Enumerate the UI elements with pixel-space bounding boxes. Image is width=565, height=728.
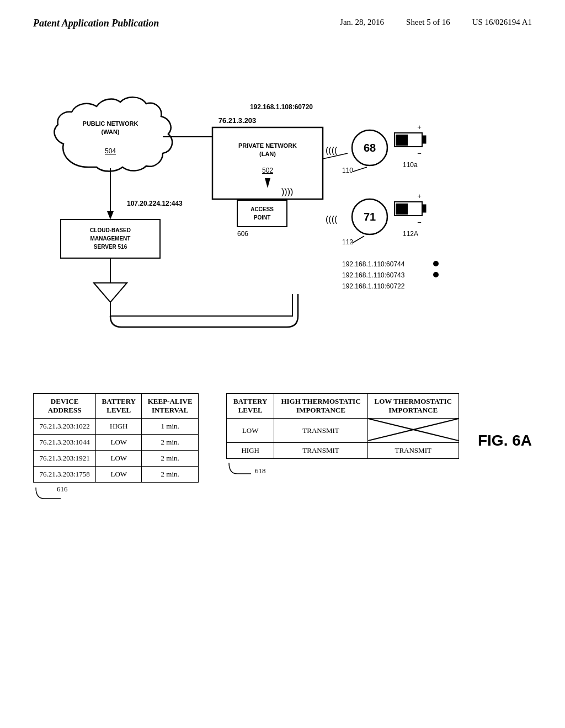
svg-text:+: + [417, 123, 422, 131]
svg-text:71: 71 [364, 211, 376, 223]
publication-title: Patent Application Publication [33, 18, 159, 29]
svg-text:POINT: POINT [254, 215, 271, 221]
svg-text:112: 112 [342, 238, 353, 246]
svg-rect-41 [422, 205, 426, 212]
svg-line-47 [352, 236, 364, 243]
svg-marker-25 [94, 283, 127, 302]
left-row4-battery: LOW [96, 467, 142, 483]
svg-text:(WAN): (WAN) [102, 129, 120, 135]
svg-text:((((: (((( [326, 146, 338, 155]
svg-text:((((: (((( [326, 215, 338, 224]
fig-label-container: FIG. 6A [470, 393, 532, 449]
left-row4-address: 76.21.3.203:1758 [34, 467, 96, 483]
svg-text:PRIVATE NETWORK: PRIVATE NETWORK [238, 142, 297, 149]
left-row2-address: 76.21.3.203:1044 [34, 435, 96, 451]
svg-marker-19 [107, 211, 114, 220]
right-footnote-label: 618 [255, 467, 266, 475]
svg-text:110: 110 [342, 167, 353, 174]
svg-text:504: 504 [105, 147, 116, 155]
left-row1-interval: 1 min. [142, 419, 199, 435]
svg-text:−: − [417, 149, 422, 158]
left-footnote-label: 616 [57, 485, 68, 493]
svg-rect-42 [396, 204, 408, 215]
right-table-header-high: HIGH THERMOSTATICIMPORTANCE [274, 394, 367, 419]
right-row2-high: TRANSMIT [274, 443, 367, 459]
svg-rect-13 [237, 200, 287, 227]
right-table: BATTERYLEVEL HIGH THERMOSTATICIMPORTANCE… [226, 393, 459, 459]
header-patent: US 16/026194 A1 [472, 18, 532, 27]
page-header: Patent Application Publication Jan. 28, … [0, 0, 565, 35]
svg-point-51 [433, 272, 439, 277]
header-date: Jan. 28, 2016 [340, 18, 384, 27]
diagram-area: PUBLIC NETWORK (WAN) 504 192.168.1.108:6… [0, 46, 565, 388]
table-row: 76.21.3.203:1044 LOW 2 min. [34, 435, 199, 451]
svg-rect-31 [396, 135, 408, 146]
left-table-wrapper: DEVICEADDRESS BATTERYLEVEL KEEP-ALIVEINT… [33, 393, 199, 504]
svg-text:ACCESS: ACCESS [250, 206, 274, 212]
svg-text:606: 606 [237, 230, 248, 238]
svg-text:192.168.1.110:60743: 192.168.1.110:60743 [342, 271, 405, 279]
right-row1-low [367, 419, 459, 443]
diagram-svg: PUBLIC NETWORK (WAN) 504 192.168.1.108:6… [0, 46, 565, 388]
left-table-header-keepalive: KEEP-ALIVEINTERVAL [142, 394, 199, 419]
right-table-header-battery: BATTERYLEVEL [227, 394, 274, 419]
header-sheet: Sheet 5 of 16 [406, 18, 450, 27]
table-row: 76.21.3.203:1022 HIGH 1 min. [34, 419, 199, 435]
table-row: HIGH TRANSMIT TRANSMIT [227, 443, 459, 459]
left-row1-address: 76.21.3.203:1022 [34, 419, 96, 435]
svg-rect-7 [212, 127, 323, 199]
table-row: 76.21.3.203:1921 LOW 2 min. [34, 451, 199, 467]
header-info: Jan. 28, 2016 Sheet 5 of 16 US 16/026194… [340, 18, 532, 27]
right-row2-battery: HIGH [227, 443, 274, 459]
left-table: DEVICEADDRESS BATTERYLEVEL KEEP-ALIVEINT… [33, 393, 199, 483]
svg-text:192.168.1.110:60744: 192.168.1.110:60744 [342, 260, 405, 268]
fig-label: FIG. 6A [478, 432, 532, 449]
svg-text:+: + [417, 192, 422, 200]
right-table-footnote: 618 [226, 460, 459, 477]
left-row3-battery: LOW [96, 451, 142, 467]
svg-text:192.168.1.108:60720: 192.168.1.108:60720 [250, 103, 313, 111]
left-row3-address: 76.21.3.203:1921 [34, 451, 96, 467]
table-row: 76.21.3.203:1758 LOW 2 min. [34, 467, 199, 483]
right-table-wrapper: BATTERYLEVEL HIGH THERMOSTATICIMPORTANCE… [226, 393, 459, 477]
svg-text:PUBLIC NETWORK: PUBLIC NETWORK [83, 120, 138, 127]
svg-text:192.168.1.110:60722: 192.168.1.110:60722 [342, 282, 405, 290]
svg-text:CLOUD-BASED: CLOUD-BASED [90, 227, 131, 233]
right-row1-battery: LOW [227, 419, 274, 443]
left-row2-battery: LOW [96, 435, 142, 451]
tables-area: DEVICEADDRESS BATTERYLEVEL KEEP-ALIVEINT… [0, 393, 565, 504]
left-row4-interval: 2 min. [142, 467, 199, 483]
right-row2-low: TRANSMIT [367, 443, 459, 459]
left-row1-battery: HIGH [96, 419, 142, 435]
svg-text:112A: 112A [403, 230, 418, 238]
left-table-footnote: 616 [33, 485, 199, 504]
svg-point-49 [433, 261, 439, 266]
svg-text:MANAGEMENT: MANAGEMENT [90, 235, 131, 242]
svg-text:107.20.224.12:443: 107.20.224.12:443 [127, 200, 183, 207]
left-row3-interval: 2 min. [142, 451, 199, 467]
right-row1-high: TRANSMIT [274, 419, 367, 443]
svg-text:110a: 110a [403, 161, 418, 169]
svg-text:−: − [417, 218, 422, 227]
svg-text:76.21.3.203: 76.21.3.203 [218, 116, 257, 125]
left-row2-interval: 2 min. [142, 435, 199, 451]
public-network-cloud: PUBLIC NETWORK (WAN) 504 [54, 97, 172, 171]
svg-line-36 [353, 167, 367, 172]
svg-text:68: 68 [364, 142, 376, 154]
svg-rect-30 [422, 136, 426, 143]
svg-text:SERVER 516: SERVER 516 [94, 244, 127, 250]
svg-text:)))): )))) [281, 187, 293, 196]
left-table-header-battery: BATTERYLEVEL [96, 394, 142, 419]
svg-text:502: 502 [262, 167, 273, 174]
left-table-header-device: DEVICEADDRESS [34, 394, 96, 419]
table-row: LOW TRANSMIT [227, 419, 459, 443]
right-table-header-low: LOW THERMOSTATICIMPORTANCE [367, 394, 459, 419]
svg-text:(LAN): (LAN) [259, 151, 276, 157]
